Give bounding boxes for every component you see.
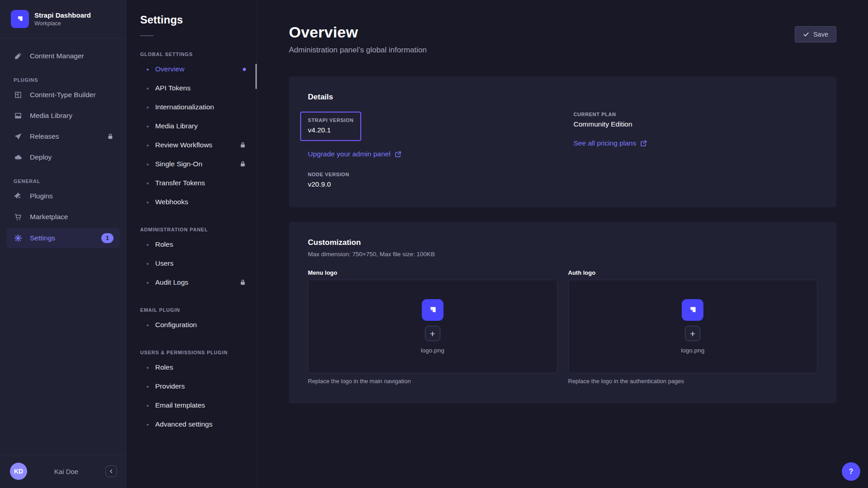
subnav-item-api-tokens[interactable]: • API Tokens xyxy=(127,79,257,98)
bullet-icon: • xyxy=(146,260,149,267)
page-heading-block: Overview Administration panel’s global i… xyxy=(289,23,427,55)
sidebar-item-label: Media Library xyxy=(30,112,72,120)
sidebar-item-label: Plugins xyxy=(30,192,53,200)
subnav-item-label: Internationalization xyxy=(155,103,214,111)
brand-text: Strapi Dashboard Workplace xyxy=(34,11,91,27)
details-grid: STRAPI VERSION v4.20.1 Upgrade your admi… xyxy=(308,112,817,188)
strapi-logo-icon xyxy=(682,299,703,321)
puzzle-icon xyxy=(14,192,23,201)
subnav-item-audit-logs[interactable]: • Audit Logs xyxy=(127,273,257,292)
subnav-item-admin-users[interactable]: • Users xyxy=(127,254,257,273)
logo-upload-grid: Menu logo + logo.png Replace the logo in… xyxy=(308,269,817,385)
sidebar-item-deploy[interactable]: Deploy xyxy=(6,148,120,167)
pricing-link-label: See all pricing plans xyxy=(574,139,637,147)
subnav-item-label: Roles xyxy=(155,240,173,249)
subnav-item-review-workflows[interactable]: • Review Workflows xyxy=(127,136,257,155)
lock-icon xyxy=(107,133,113,140)
node-version-value: v20.9.0 xyxy=(308,180,552,188)
external-link-icon xyxy=(640,140,647,147)
subnav-item-internationalization[interactable]: • Internationalization xyxy=(127,98,257,117)
sidebar-item-content-type-builder[interactable]: Content-Type Builder xyxy=(6,85,120,104)
subnav-item-label: Webhooks xyxy=(155,198,188,206)
external-link-icon xyxy=(395,151,401,158)
sidebar-item-settings[interactable]: Settings 1 xyxy=(6,228,120,248)
bullet-icon: • xyxy=(146,85,149,92)
subnav-item-advanced-settings[interactable]: • Advanced settings xyxy=(127,415,257,434)
collapse-sidebar-button[interactable] xyxy=(105,465,117,477)
subnav-section-users-permissions: USERS & PERMISSIONS PLUGIN xyxy=(140,350,257,355)
subnav-item-label: Media Library xyxy=(155,122,198,130)
pricing-plans-link[interactable]: See all pricing plans xyxy=(574,139,647,147)
image-icon xyxy=(14,111,23,120)
bullet-icon: • xyxy=(146,241,149,248)
strapi-logo-icon xyxy=(422,299,443,321)
strapi-version-highlight-box: STRAPI VERSION v4.20.1 xyxy=(300,112,361,141)
page-header: Overview Administration panel’s global i… xyxy=(289,23,836,55)
workspace-subtitle: Workplace xyxy=(34,20,91,27)
subnav-item-overview[interactable]: • Overview xyxy=(127,60,257,79)
cart-icon xyxy=(14,212,23,221)
current-plan-label: CURRENT PLAN xyxy=(574,112,818,117)
subnav-item-email-configuration[interactable]: • Configuration xyxy=(127,315,257,334)
main-content: Overview Administration panel’s global i… xyxy=(257,0,868,488)
strapi-version-label: STRAPI VERSION xyxy=(308,117,354,123)
help-button[interactable]: ? xyxy=(842,462,860,481)
bullet-icon: • xyxy=(146,199,149,206)
subnav-item-label: Email templates xyxy=(155,401,205,409)
bullet-icon: • xyxy=(146,142,149,149)
subnav-item-up-roles[interactable]: • Roles xyxy=(127,358,257,377)
subnav-item-admin-roles[interactable]: • Roles xyxy=(127,235,257,254)
subnav-item-media-library[interactable]: • Media Library xyxy=(127,117,257,136)
details-card: Details STRAPI VERSION v4.20.1 Upgrade y… xyxy=(289,76,836,207)
upgrade-link-label: Upgrade your admin panel xyxy=(308,150,391,158)
subnav-item-label: Review Workflows xyxy=(155,141,233,149)
workspace-brand[interactable]: Strapi Dashboard Workplace xyxy=(0,0,126,38)
page-subtitle: Administration panel’s global informatio… xyxy=(289,46,427,55)
subnav-item-webhooks[interactable]: • Webhooks xyxy=(127,192,257,211)
sidebar-item-releases[interactable]: Releases xyxy=(6,127,120,146)
upgrade-admin-panel-link[interactable]: Upgrade your admin panel xyxy=(308,150,401,158)
bullet-icon: • xyxy=(146,279,149,286)
subnav-item-providers[interactable]: • Providers xyxy=(127,377,257,396)
bullet-icon: • xyxy=(146,402,149,409)
subnav-item-label: Transfer Tokens xyxy=(155,179,205,187)
auth-logo-upload-box[interactable]: + logo.png xyxy=(568,280,818,373)
sidebar-item-plugins[interactable]: Plugins xyxy=(6,187,120,206)
auth-logo-field: Auth logo + logo.png Replace the logo in… xyxy=(568,269,818,385)
sidebar-item-marketplace[interactable]: Marketplace xyxy=(6,207,120,226)
active-page-dot-icon xyxy=(243,68,246,71)
auth-logo-label: Auth logo xyxy=(568,269,818,276)
bullet-icon: • xyxy=(146,180,149,187)
user-name: Kai Doe xyxy=(54,468,78,475)
menu-logo-field: Menu logo + logo.png Replace the logo in… xyxy=(308,269,557,385)
check-icon xyxy=(803,31,809,38)
subnav-item-single-sign-on[interactable]: • Single Sign-On xyxy=(127,155,257,174)
bullet-icon: • xyxy=(146,66,149,73)
node-version-block: NODE VERSION v20.9.0 xyxy=(308,172,552,188)
chevron-left-icon xyxy=(109,469,113,474)
sidebar-item-label: Content-Type Builder xyxy=(30,91,96,99)
subnav-item-label: Overview xyxy=(155,65,236,73)
subnav-item-transfer-tokens[interactable]: • Transfer Tokens xyxy=(127,174,257,192)
details-right-column: CURRENT PLAN Community Edition See all p… xyxy=(574,112,818,188)
add-logo-button[interactable]: + xyxy=(425,326,440,341)
subnav-item-label: Users xyxy=(155,259,173,267)
subnav-item-label: Configuration xyxy=(155,321,197,329)
bullet-icon: • xyxy=(146,123,149,130)
main-sidebar: Strapi Dashboard Workplace Content Manag… xyxy=(0,0,127,488)
add-logo-button[interactable]: + xyxy=(685,326,700,341)
sidebar-item-label: Deploy xyxy=(30,153,52,161)
sidebar-item-label: Settings xyxy=(30,234,94,242)
avatar[interactable]: KD xyxy=(10,463,27,480)
pen-icon xyxy=(14,52,23,61)
subnav-item-label: Roles xyxy=(155,363,173,371)
customization-constraints: Max dimension: 750×750, Max file size: 1… xyxy=(308,251,817,258)
save-button[interactable]: Save xyxy=(795,26,836,42)
nav-section-general: GENERAL xyxy=(14,178,126,184)
sidebar-item-content-manager[interactable]: Content Manager xyxy=(6,47,120,66)
save-button-label: Save xyxy=(813,31,828,38)
subnav-item-email-templates[interactable]: • Email templates xyxy=(127,396,257,415)
paper-plane-icon xyxy=(14,132,23,141)
sidebar-item-media-library[interactable]: Media Library xyxy=(6,106,120,125)
menu-logo-upload-box[interactable]: + logo.png xyxy=(308,280,557,373)
